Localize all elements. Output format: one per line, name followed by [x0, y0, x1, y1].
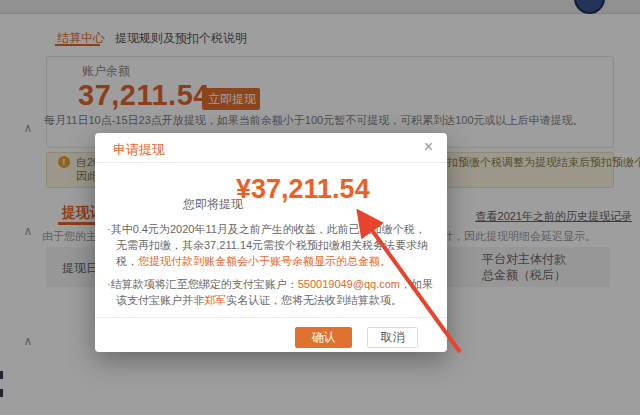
- page: 结算中心 提现规则及预扣个税说明 账户余额 37,211.54 立即提现 每月1…: [0, 0, 640, 415]
- tax-note-highlight: 您提现付款到账金额会小于账号余额显示的总金额。: [138, 255, 391, 267]
- tax-note-paragraph: ·其中0.4元为2020年11月及之前产生的收益，此前已预扣缴个税，无需再扣缴，…: [107, 221, 433, 269]
- confirm-button[interactable]: 确认: [295, 327, 352, 348]
- withdraw-lead-label: 您即将提现: [183, 196, 243, 213]
- real-name: 郑军: [204, 294, 226, 306]
- alipay-note-paragraph: ·结算款项将汇至您绑定的支付宝账户：550019049@qq.com，如果该支付…: [107, 276, 433, 308]
- dialog-title: 申请提现: [113, 141, 165, 159]
- withdraw-confirm-dialog: 申请提现 × 您即将提现 ¥37,211.54 ·其中0.4元为2020年11月…: [95, 133, 447, 352]
- dialog-body: ·其中0.4元为2020年11月及之前产生的收益，此前已预扣缴个税，无需再扣缴，…: [107, 221, 433, 315]
- close-icon[interactable]: ×: [424, 138, 433, 156]
- alipay-account: 550019049@qq.com: [298, 278, 400, 290]
- cancel-button[interactable]: 取消: [367, 327, 418, 348]
- withdraw-amount: ¥37,211.54: [236, 174, 370, 205]
